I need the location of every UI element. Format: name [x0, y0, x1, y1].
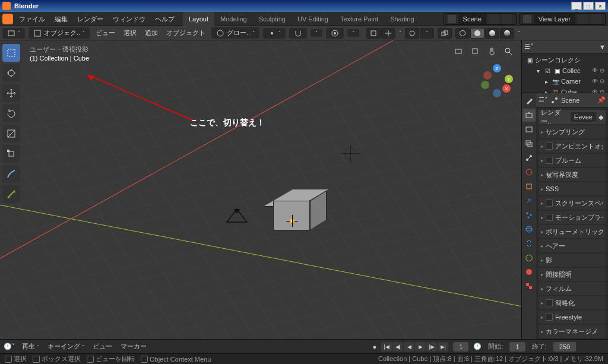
jump-end-icon[interactable]: ▶|: [438, 342, 448, 352]
nav-projection-icon[interactable]: [468, 44, 482, 58]
visibility-icon[interactable]: 👁: [592, 67, 599, 74]
proptab-physics[interactable]: [522, 223, 536, 236]
outliner-filter-icon[interactable]: ▼: [599, 43, 606, 50]
panel-checkbox[interactable]: [546, 214, 553, 221]
snap-dropdown[interactable]: ˅: [311, 29, 322, 37]
proptab-render[interactable]: [522, 109, 536, 122]
proptab-world[interactable]: [522, 166, 536, 179]
autokey-toggle[interactable]: ●: [373, 343, 377, 350]
nav-camera-icon[interactable]: [451, 44, 466, 58]
shading-wireframe[interactable]: [455, 28, 470, 39]
timeline-view-menu[interactable]: ビュー: [91, 342, 114, 351]
close-button[interactable]: ×: [595, 2, 606, 10]
panel-checkbox[interactable]: [546, 299, 553, 306]
keyframe-icon[interactable]: ◆: [598, 113, 603, 121]
panel-7[interactable]: ▸ボリューメトリック: [539, 225, 606, 238]
chevron-down-icon[interactable]: ▾: [534, 67, 542, 75]
tool-scale[interactable]: [2, 125, 20, 143]
proportional-dropdown[interactable]: ˅: [347, 29, 359, 37]
proptab-object[interactable]: [522, 180, 536, 193]
proptab-constraint[interactable]: [522, 237, 536, 250]
menu-edit[interactable]: 編集: [51, 12, 71, 26]
play-reverse-icon[interactable]: ◀: [404, 342, 414, 352]
tool-rotate[interactable]: [2, 105, 20, 122]
tab-layout[interactable]: Layout: [183, 12, 214, 26]
minimize-button[interactable]: _: [571, 2, 582, 10]
disable-icon[interactable]: ⊙: [600, 78, 607, 85]
scene-delete-icon[interactable]: [502, 14, 512, 24]
select-visibility-toggle[interactable]: [366, 28, 381, 39]
timeline-keying-menu[interactable]: キーイング ˅: [46, 342, 86, 351]
menu-help[interactable]: ヘルプ: [151, 12, 178, 26]
scene-new-icon[interactable]: [489, 14, 499, 24]
editor-type-selector[interactable]: ˅: [2, 28, 25, 39]
overlays-toggle[interactable]: [405, 28, 419, 39]
menu-file[interactable]: ファイル: [15, 12, 49, 26]
mode-selector[interactable]: オブジェク.. ˅: [28, 27, 90, 39]
outliner-item-cube[interactable]: ▸ ▽ Cube 👁⊙: [523, 87, 607, 93]
blender-logo-icon[interactable]: [2, 14, 13, 24]
tab-shading[interactable]: Shading: [384, 12, 420, 26]
panel-3[interactable]: ▸被写界深度: [539, 168, 606, 181]
chevron-right-icon[interactable]: ▸: [542, 88, 550, 93]
outliner-scene-collection[interactable]: ▣ シーンコレクシ: [523, 55, 607, 65]
gizmo-ny[interactable]: [481, 81, 489, 89]
play-icon[interactable]: ▶: [415, 342, 426, 352]
panel-11[interactable]: ▸フィルム: [539, 282, 606, 295]
tab-texturepaint[interactable]: Texture Paint: [334, 12, 384, 26]
sync-icon[interactable]: 🕐: [473, 343, 482, 350]
panel-checkbox[interactable]: [546, 314, 553, 321]
panel-checkbox[interactable]: [546, 200, 553, 207]
timeline-type-icon[interactable]: 🕐˅: [4, 343, 15, 350]
panel-10[interactable]: ▸間接照明: [539, 268, 606, 281]
panel-5[interactable]: ▸スクリーンスペー: [539, 197, 606, 210]
object-menu[interactable]: オブジェクト: [164, 29, 208, 37]
panel-6[interactable]: ▸モーションブラー: [539, 211, 606, 224]
proptab-scene[interactable]: [522, 151, 536, 164]
select-menu[interactable]: 選択: [121, 29, 139, 37]
proptab-modifier[interactable]: [522, 194, 536, 207]
proptab-output[interactable]: [522, 123, 536, 136]
panel-4[interactable]: ▸SSS: [539, 182, 606, 195]
tab-uvediting[interactable]: UV Editing: [292, 12, 334, 26]
tool-measure[interactable]: [2, 185, 20, 203]
add-menu[interactable]: 追加: [142, 29, 160, 37]
checkbox-icon[interactable]: ☑: [543, 67, 552, 75]
orientation-dropdown[interactable]: グロー.. ˅: [211, 27, 259, 39]
timeline-playback-menu[interactable]: 再生 ˅: [20, 342, 41, 351]
panel-12[interactable]: ▸簡略化: [539, 296, 606, 309]
proptab-particle[interactable]: [522, 208, 536, 221]
keyframe-next-icon[interactable]: |▶: [426, 342, 437, 352]
menu-window[interactable]: ウィンドウ: [109, 12, 149, 26]
panel-8[interactable]: ▸ヘアー: [539, 239, 606, 252]
viewlayer-selector[interactable]: View Layer: [519, 13, 606, 25]
tool-transform[interactable]: [2, 145, 20, 163]
tool-select-box[interactable]: [2, 44, 20, 62]
proptab-tool[interactable]: [522, 94, 536, 107]
gizmo-toggle[interactable]: [381, 28, 395, 39]
visibility-icon[interactable]: 👁: [592, 78, 599, 85]
render-engine-dropdown[interactable]: Eevee: [571, 112, 596, 122]
chevron-right-icon[interactable]: ▸: [542, 77, 550, 86]
tool-annotate[interactable]: [2, 165, 20, 183]
gizmo-z[interactable]: Z: [493, 64, 501, 72]
gizmo-nx[interactable]: [483, 71, 492, 80]
panel-9[interactable]: ▸影: [539, 254, 606, 267]
pin-icon[interactable]: 📌: [597, 96, 606, 104]
panel-14[interactable]: ▸カラーマネージメ: [539, 325, 606, 338]
pivot-dropdown[interactable]: ˅: [263, 28, 286, 39]
timeline-marker-menu[interactable]: マーカー: [119, 342, 148, 351]
shading-solid[interactable]: [470, 28, 484, 39]
outliner-type-icon[interactable]: ☰˅: [524, 43, 534, 50]
viewlayer-new-icon[interactable]: [578, 14, 588, 24]
nav-pan-icon[interactable]: [484, 44, 499, 58]
light-object[interactable]: [344, 147, 356, 159]
proptab-data[interactable]: [522, 251, 536, 264]
camera-object[interactable]: [226, 207, 248, 223]
jump-start-icon[interactable]: |◀: [381, 342, 392, 352]
tool-move[interactable]: [2, 84, 20, 102]
end-frame-field[interactable]: 250: [553, 342, 576, 352]
proportional-toggle[interactable]: [326, 28, 344, 39]
proptab-texture[interactable]: [522, 280, 536, 293]
panel-checkbox[interactable]: [546, 143, 553, 150]
